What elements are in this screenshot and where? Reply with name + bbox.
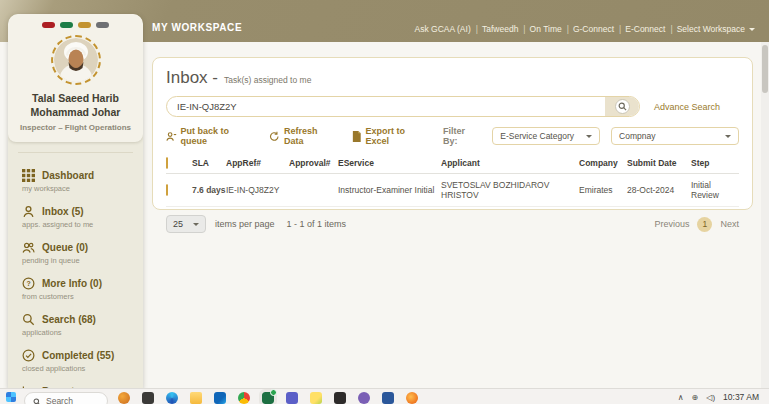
col-approval: Approval# [289,158,338,168]
windows-start-button[interactable] [6,392,16,402]
previous-page-button[interactable]: Previous [654,219,689,229]
col-eservice: EService [338,158,441,168]
col-company: Company [579,158,627,168]
firefox-icon[interactable] [406,392,418,404]
link-ask-gcaa[interactable]: Ask GCAA (AI) [415,24,478,34]
page-title: Inbox - [166,68,218,88]
outlook-icon[interactable] [214,392,226,404]
put-back-to-queue-button[interactable]: Put back to queue [166,126,254,146]
page-number-button[interactable]: 1 [697,217,712,232]
table-header-row: SLA AppRef# Approval# EService Applicant… [166,154,739,174]
taskbar-search-label: Search [46,396,73,404]
vertical-scrollbar[interactable] [761,42,769,388]
page-size-select[interactable]: 25 [166,215,206,233]
select-all-checkbox[interactable] [166,157,168,169]
col-sla: SLA [192,158,226,168]
svg-text:?: ? [26,280,30,287]
file-explorer-icon[interactable] [190,392,202,404]
inbox-panel: Inbox - Task(s) assigned to me Advance S… [152,57,753,210]
sidebar-item-queue[interactable]: Queue (0) pending in queue [8,235,143,271]
sidebar-item-label: Search (68) [42,314,96,325]
sidebar-item-sub: pending in queue [22,256,143,265]
app-window: MY WORKSPACE Ask GCAA (AI) Tafweedh On T… [0,0,769,404]
notification-badge [270,389,277,396]
sidebar-item-dashboard[interactable]: Dashboard my workspace [8,163,143,199]
check-circle-icon [22,349,35,362]
page-subtitle: Task(s) assigned to me [224,75,311,85]
sla-value: 7.6 days [192,185,226,195]
search-button[interactable] [605,96,639,117]
sidebar-item-sub: apps. assigned to me [22,220,143,229]
search-input[interactable] [167,97,605,116]
visual-studio-icon[interactable] [358,392,370,404]
profile-card: Talal Saeed Harib Mohammad Johar Inspect… [8,14,143,142]
workspace-title: MY WORKSPACE [152,22,242,33]
taskbar-search[interactable]: Search [24,392,108,404]
person-minus-icon [166,131,177,142]
sidebar-item-label: Inbox (5) [42,206,84,217]
search-icon [615,99,630,114]
submit-date-value: 28-Oct-2024 [627,185,691,195]
question-circle-icon: ? [22,277,35,290]
col-appref: AppRef# [226,158,289,168]
step-value: Initial Review [691,180,739,200]
toolbar: Put back to queue Refresh Data Export to… [166,126,739,146]
link-g-connect[interactable]: G-Connect [573,24,621,34]
tray-chevron-icon[interactable]: ∧ [678,393,684,402]
sidebar-item-search[interactable]: Search (68) applications [8,307,143,343]
clock[interactable]: 10:37 AM [723,392,759,402]
status-dot-gold [78,22,91,28]
status-dots [14,22,137,28]
header-links: Ask GCAA (AI) Tafweedh On Time G-Connect… [415,24,755,34]
link-tafweedh[interactable]: Tafweedh [482,24,526,34]
appref-link[interactable]: IE-IN-QJ8Z2Y [226,185,289,195]
status-dot-gray [96,22,109,28]
inbox-table: SLA AppRef# Approval# EService Applicant… [166,154,739,207]
company-select[interactable]: Compnay [611,127,739,145]
avatar [51,35,101,85]
people-icon [22,241,35,254]
table-row: 7.6 days IE-IN-QJ8Z2Y Instructor-Examine… [166,174,739,207]
sticky-notes-icon[interactable] [310,392,322,404]
word-icon[interactable] [382,392,394,404]
task-view-icon[interactable] [142,392,154,404]
sidebar-item-label: Dashboard [42,170,94,181]
chevron-down-icon [586,135,592,141]
sidebar-item-sub: closed applications [22,364,143,373]
link-select-workspace[interactable]: Select Workspace [677,24,745,34]
teams-icon[interactable] [286,392,298,404]
sidebar-item-label: Queue (0) [42,242,88,253]
refresh-data-button[interactable]: Refresh Data [269,126,336,146]
sidebar-item-label: More Info (0) [42,278,102,289]
link-e-connect[interactable]: E-Connect [625,24,672,34]
scrollbar-thumb[interactable] [762,45,768,93]
filter-by-label: Filter By: [443,126,480,146]
network-icon[interactable]: ⊕ [692,393,699,402]
sidebar-item-completed[interactable]: Completed (55) closed applications [8,343,143,379]
sidebar-item-more-info[interactable]: ? More Info (0) from customers [8,271,143,307]
edge-icon[interactable] [166,392,178,404]
sidebar: Talal Saeed Harib Mohammad Johar Inspect… [8,14,143,389]
sidebar-item-inbox[interactable]: Inbox (5) apps. assigned to me [8,199,143,235]
copilot-icon[interactable] [118,392,130,404]
status-dot-green [60,22,73,28]
excel-icon[interactable] [262,392,274,404]
excel-file-icon [352,131,362,142]
company-value: Emirates [579,185,627,195]
chrome-icon[interactable] [238,392,250,404]
link-on-time[interactable]: On Time [530,24,569,34]
export-to-excel-button[interactable]: Export to Excel [352,126,428,146]
row-checkbox[interactable] [166,184,168,196]
terminal-icon[interactable] [334,392,346,404]
eservice-category-select[interactable]: E-Service Category [492,127,600,145]
chevron-down-icon [749,28,755,34]
advance-search-link[interactable]: Advance Search [654,102,720,112]
refresh-icon [269,131,279,142]
next-page-button[interactable]: Next [720,219,739,229]
col-applicant: Applicant [441,158,579,168]
volume-icon[interactable]: ◁) [706,393,715,402]
range-label: 1 - 1 of 1 items [287,219,347,229]
user-title: Inspector – Flight Operations [14,123,137,132]
chevron-down-icon [193,223,199,229]
chevron-down-icon [725,135,731,141]
